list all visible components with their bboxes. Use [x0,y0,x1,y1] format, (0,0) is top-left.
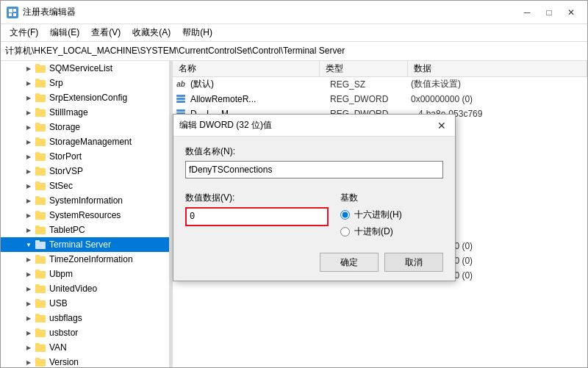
dialog-value-row: 数值数据(V): 基数 十六进制(H) 十进制(D) [185,192,443,238]
edit-dword-dialog: 编辑 DWORD (32 位)值 ✕ 数值名称(N): 数值数据(V): 基数 [173,114,456,281]
ok-button[interactable]: 确定 [320,253,379,272]
value-input-wrapper [185,207,329,226]
dialog-footer: 确定 取消 [173,247,455,281]
base-label: 基数 [340,192,443,204]
base-section: 基数 十六进制(H) 十进制(D) [340,192,443,238]
name-field-input[interactable] [185,161,443,178]
dialog-body: 数值名称(N): 数值数据(V): 基数 十六进制(H) [173,137,455,247]
dialog-title-bar: 编辑 DWORD (32 位)值 ✕ [173,115,455,137]
radio-dec-input[interactable] [340,227,350,237]
name-field-label: 数值名称(N): [185,145,443,158]
value-section: 数值数据(V): [185,192,329,238]
dialog-title: 编辑 DWORD (32 位)值 [179,119,272,131]
value-field-label: 数值数据(V): [185,192,329,204]
radio-hex-input[interactable] [340,210,350,220]
radio-dec[interactable]: 十进制(D) [340,226,443,238]
radio-group: 十六进制(H) 十进制(D) [340,209,443,238]
value-field-input[interactable] [185,207,329,226]
radio-dec-label: 十进制(D) [354,226,393,238]
cancel-button[interactable]: 取消 [384,253,443,272]
radio-hex-label: 十六进制(H) [354,209,402,221]
radio-hex[interactable]: 十六进制(H) [340,209,443,221]
modal-overlay: 编辑 DWORD (32 位)值 ✕ 数值名称(N): 数值数据(V): 基数 [0,0,588,368]
dialog-close-button[interactable]: ✕ [434,118,449,133]
